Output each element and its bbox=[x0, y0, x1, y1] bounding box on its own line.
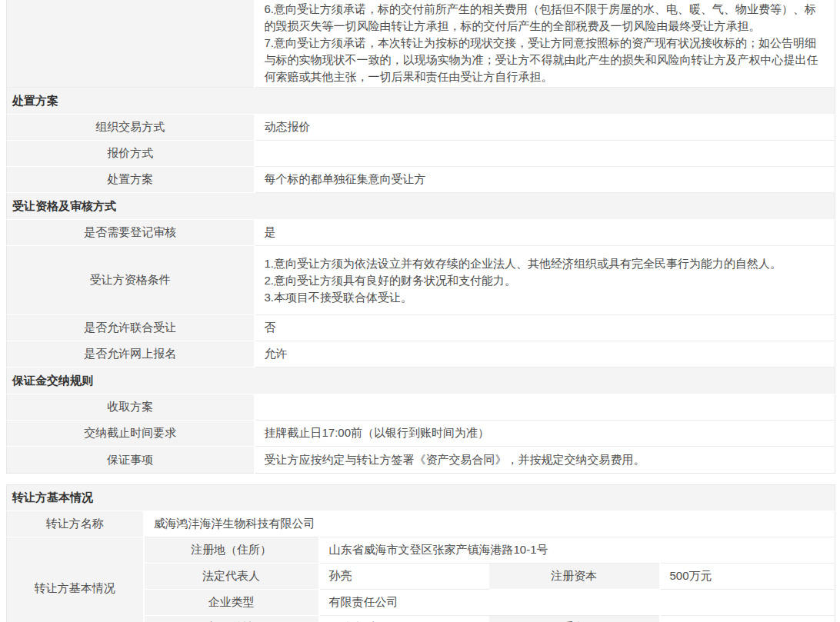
label-contact-method: 联系方式 bbox=[489, 616, 660, 622]
table-row: 是否需要登记审核 是 bbox=[7, 220, 835, 246]
label-registered-capital: 注册资本 bbox=[489, 564, 660, 590]
label-registration-review: 是否需要登记审核 bbox=[7, 220, 255, 246]
section-header-row: 受让资格及审核方式 bbox=[7, 193, 835, 220]
listing-terms-table: 6.意向受让方须承诺，标的交付前所产生的相关费用（包括但不限于房屋的水、电、暖、… bbox=[6, 0, 835, 474]
section-header-row: 处置方案 bbox=[7, 88, 835, 115]
label-guarantee-items: 保证事项 bbox=[7, 447, 255, 474]
table-row: 是否允许联合受让 否 bbox=[7, 315, 835, 341]
commitment-note-6: 6.意向受让方须承诺，标的交付前所产生的相关费用（包括但不限于房屋的水、电、暖、… bbox=[265, 1, 826, 35]
value-internal-decision: 其他类型 bbox=[319, 616, 489, 622]
value-online-signup: 允许 bbox=[255, 341, 835, 368]
value-collection-plan bbox=[255, 394, 835, 421]
table-row: 报价方式 bbox=[7, 141, 835, 167]
value-joint-transfer: 否 bbox=[255, 315, 835, 341]
condition-line-2: 2.意向受让方须具有良好的财务状况和支付能力。 bbox=[265, 272, 826, 289]
value-company-type: 有限责任公司 bbox=[319, 590, 835, 616]
value-transferee-conditions: 1.意向受让方须为依法设立并有效存续的企业法人、其他经济组织或具有完全民事行为能… bbox=[255, 246, 835, 315]
preamble-label-cell bbox=[7, 0, 255, 88]
transferor-info-table: 转让方基本情况 转让方名称 威海鸿沣海洋生物科技有限公司 转让方基本情况 注册地… bbox=[6, 484, 835, 622]
label-transferor-name: 转让方名称 bbox=[7, 511, 144, 537]
section-title-disposal-plan: 处置方案 bbox=[7, 88, 835, 115]
section-title-transferor-info: 转让方基本情况 bbox=[7, 485, 835, 511]
table-row: 交纳截止时间要求 挂牌截止日17:00前（以银行到账时间为准） bbox=[7, 421, 835, 447]
section-header-row: 转让方基本情况 bbox=[7, 485, 835, 511]
section-title-deposit-rules: 保证金交纳规则 bbox=[7, 368, 835, 394]
label-collection-plan: 收取方案 bbox=[7, 394, 255, 421]
label-payment-deadline: 交纳截止时间要求 bbox=[7, 421, 255, 447]
table-row: 转让方基本情况 注册地（住所） 山东省威海市文登区张家产镇海港路10-1号 bbox=[7, 537, 835, 564]
commitment-notes-cell: 6.意向受让方须承诺，标的交付前所产生的相关费用（包括但不限于房屋的水、电、暖、… bbox=[255, 0, 835, 88]
value-registration-review: 是 bbox=[255, 220, 835, 246]
label-organize-trade-method: 组织交易方式 bbox=[7, 115, 255, 141]
value-organize-trade-method: 动态报价 bbox=[255, 115, 835, 141]
value-registered-capital: 500万元 bbox=[660, 564, 835, 590]
section-title-qualification: 受让资格及审核方式 bbox=[7, 193, 835, 220]
listing-detail-page: 6.意向受让方须承诺，标的交付前所产生的相关费用（包括但不限于房屋的水、电、暖、… bbox=[0, 0, 840, 622]
label-registered-address: 注册地（住所） bbox=[144, 537, 319, 564]
table-row: 保证事项 受让方应按约定与转让方签署《资产交易合同》，并按规定交纳交易费用。 bbox=[7, 447, 835, 474]
label-joint-transfer: 是否允许联合受让 bbox=[7, 315, 255, 341]
table-row: 是否允许网上报名 允许 bbox=[7, 341, 835, 368]
value-guarantee-items: 受让方应按约定与转让方签署《资产交易合同》，并按规定交纳交易费用。 bbox=[255, 447, 835, 474]
label-disposal-plan: 处置方案 bbox=[7, 167, 255, 193]
value-transferor-name: 威海鸿沣海洋生物科技有限公司 bbox=[144, 511, 835, 537]
label-online-signup: 是否允许网上报名 bbox=[7, 341, 255, 368]
label-internal-decision: 内部决策情况 bbox=[144, 616, 319, 622]
table-row: 受让方资格条件 1.意向受让方须为依法设立并有效存续的企业法人、其他经济组织或具… bbox=[7, 246, 835, 315]
table-row: 收取方案 bbox=[7, 394, 835, 421]
commitment-note-7: 7.意向受让方须承诺，本次转让为按标的现状交接，受让方同意按照标的资产现有状况接… bbox=[265, 35, 826, 85]
label-legal-representative: 法定代表人 bbox=[144, 564, 319, 590]
label-quote-method: 报价方式 bbox=[7, 141, 255, 167]
condition-line-1: 1.意向受让方须为依法设立并有效存续的企业法人、其他经济组织或具有完全民事行为能… bbox=[265, 255, 826, 272]
label-company-type: 企业类型 bbox=[144, 590, 319, 616]
table-row: 处置方案 每个标的都单独征集意向受让方 bbox=[7, 167, 835, 193]
table-row: 组织交易方式 动态报价 bbox=[7, 115, 835, 141]
value-disposal-plan: 每个标的都单独征集意向受让方 bbox=[255, 167, 835, 193]
value-contact-method bbox=[660, 616, 835, 622]
value-quote-method bbox=[255, 141, 835, 167]
value-payment-deadline: 挂牌截止日17:00前（以银行到账时间为准） bbox=[255, 421, 835, 447]
value-registered-address: 山东省威海市文登区张家产镇海港路10-1号 bbox=[319, 537, 835, 564]
table-row: 6.意向受让方须承诺，标的交付前所产生的相关费用（包括但不限于房屋的水、电、暖、… bbox=[7, 0, 835, 88]
label-transferor-basic-info-group: 转让方基本情况 bbox=[7, 537, 144, 622]
condition-line-3: 3.本项目不接受联合体受让。 bbox=[265, 289, 826, 306]
section-header-row: 保证金交纳规则 bbox=[7, 368, 835, 394]
label-transferee-conditions: 受让方资格条件 bbox=[7, 246, 255, 315]
table-row: 转让方名称 威海鸿沣海洋生物科技有限公司 bbox=[7, 511, 835, 537]
value-legal-representative: 孙亮 bbox=[319, 564, 489, 590]
